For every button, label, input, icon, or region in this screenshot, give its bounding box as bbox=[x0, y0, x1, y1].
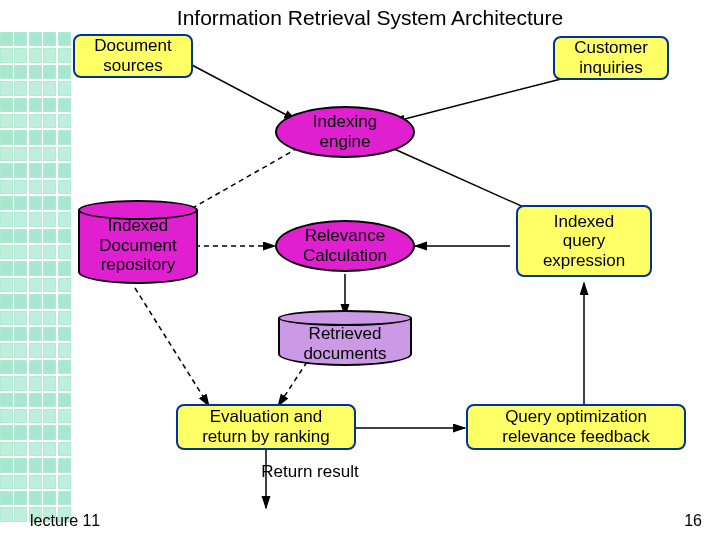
node-retrieved-docs-label: Retrieveddocuments bbox=[278, 324, 412, 363]
node-indexed-query: Indexedqueryexpression bbox=[516, 205, 652, 277]
arrow-retrieved-eval bbox=[278, 362, 307, 406]
node-indexing-engine: Indexingengine bbox=[275, 106, 415, 158]
node-indexed-doc-repo-label: IndexedDocumentrepository bbox=[78, 216, 198, 275]
node-indexed-doc-repo: IndexedDocumentrepository bbox=[78, 200, 198, 286]
node-document-sources: Documentsources bbox=[73, 34, 193, 78]
node-query-feedback: Query optimizationrelevance feedback bbox=[466, 404, 686, 450]
arrow-docsources-indexing bbox=[190, 64, 296, 120]
arrow-customer-indexing bbox=[393, 78, 565, 122]
node-retrieved-docs: Retrieveddocuments bbox=[278, 310, 412, 368]
grid-decoration: // generate grid rows inline (function()… bbox=[0, 32, 72, 524]
footer-page: 16 bbox=[684, 512, 702, 530]
node-customer-inquiries: Customerinquiries bbox=[553, 36, 669, 80]
node-eval-ranking: Evaluation andreturn by ranking bbox=[176, 404, 356, 450]
arrow-repo-eval bbox=[135, 288, 209, 406]
footer-lecture: lecture 11 bbox=[30, 512, 100, 530]
diagram-title: Information Retrieval System Architectur… bbox=[150, 6, 590, 30]
label-return-result: Return result bbox=[240, 462, 380, 482]
diagram-canvas: // generate grid rows inline (function()… bbox=[0, 0, 720, 540]
node-relevance-calc: RelevanceCalculation bbox=[275, 220, 415, 272]
